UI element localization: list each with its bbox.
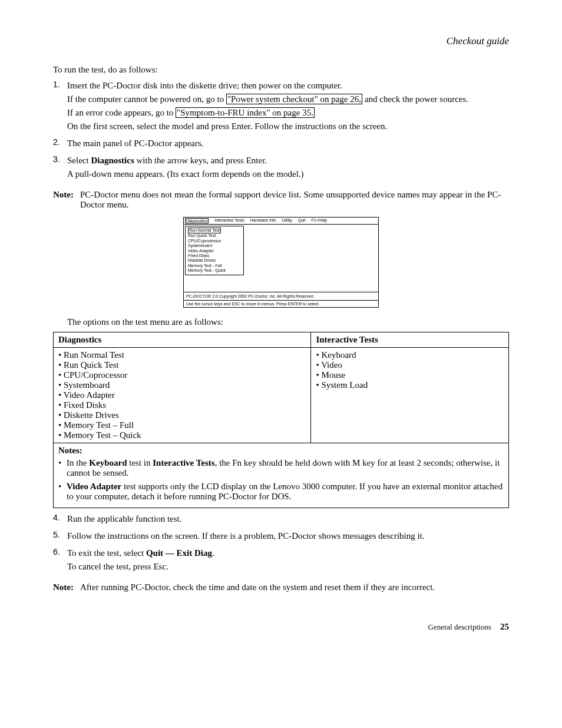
- dos-status-copyright: PC-DOCTOR 2.0 Copyright 2002 PC-Doctor, …: [184, 292, 378, 300]
- pcdoctor-screenshot: DiagnosticsInteractive TestsHardware Inf…: [183, 217, 379, 308]
- list-item: Video Adapter: [58, 390, 306, 400]
- td-notes: Notes: •In the Keyboard test in Interact…: [54, 443, 509, 508]
- options-table: Diagnostics Interactive Tests Run Normal…: [53, 332, 509, 508]
- step-line: On the first screen, select the model an…: [67, 121, 509, 131]
- td-diagnostics: Run Normal TestRun Quick TestCPU/Coproce…: [54, 348, 311, 443]
- note-time-date: Note: After running PC-Doctor, check the…: [53, 582, 509, 592]
- bullet-icon: •: [58, 458, 67, 478]
- step-number: 6.: [53, 547, 67, 575]
- notes-label: Notes:: [58, 446, 82, 455]
- dos-menu-item: Interactive Tests: [214, 218, 244, 223]
- step-number: 2.: [53, 137, 67, 152]
- intro-text: To run the test, do as follows:: [53, 65, 509, 75]
- cross-ref-link[interactable]: "Symptom-to-FRU index" on page 35.: [176, 107, 315, 118]
- step-line: If the computer cannot be powered on, go…: [67, 94, 509, 104]
- step-line: A pull-down menu appears. (Its exact for…: [67, 169, 509, 179]
- step-number: 1.: [53, 80, 67, 135]
- dos-menu-item: Diagnostics: [185, 218, 209, 223]
- dos-dropdown-item: Memory Test - Quick: [188, 268, 241, 273]
- page-number: 25: [500, 622, 509, 631]
- list-item: Diskette Drives: [58, 410, 306, 420]
- dos-dropdown-item: Systemboard: [188, 243, 241, 248]
- list-item: Run Quick Test: [58, 360, 306, 370]
- dos-menu-item: Hardware Info: [250, 218, 276, 223]
- list-item: Memory Test – Full: [58, 420, 306, 430]
- th-diagnostics: Diagnostics: [54, 332, 311, 348]
- list-item: System Load: [316, 380, 504, 390]
- note-item: •Video Adapter test supports only the LC…: [58, 482, 504, 502]
- step-body: Follow the instructions on the screen. I…: [67, 530, 509, 545]
- dos-dropdown-item: Fixed Disks: [188, 253, 241, 258]
- step-body: To exit the test, select Quit — Exit Dia…: [67, 547, 509, 575]
- dos-menubar: DiagnosticsInteractive TestsHardware Inf…: [184, 218, 378, 225]
- step-body: The main panel of PC-Doctor appears.: [67, 137, 509, 152]
- list-item: Memory Test – Quick: [58, 430, 306, 440]
- dos-dropdown-item: Diskette Drives: [188, 258, 241, 263]
- note-item: •In the Keyboard test in Interactive Tes…: [58, 458, 504, 478]
- step-number: 5.: [53, 530, 67, 545]
- td-interactive: KeyboardVideoMouseSystem Load: [311, 348, 509, 443]
- list-item: Run Normal Test: [58, 350, 306, 360]
- step-line: Select Diagnostics with the arrow keys, …: [67, 156, 509, 166]
- step-number: 3.: [53, 154, 67, 183]
- steps-list-2: 4.Run the applicable function test.5.Fol…: [53, 513, 509, 575]
- step-line: If an error code appears, go to "Symptom…: [67, 108, 509, 118]
- step-body: Insert the PC-Doctor disk into the diske…: [67, 80, 509, 135]
- note-label: Note:: [53, 190, 80, 210]
- note-body: After running PC-Doctor, check the time …: [80, 582, 509, 592]
- dos-dropdown-item: CPU/Coprocessor: [188, 239, 241, 243]
- page-footer: General descriptions 25: [53, 622, 509, 632]
- section-header: Checkout guide: [53, 35, 509, 47]
- note-text: In the Keyboard test in Interactive Test…: [67, 458, 504, 478]
- cross-ref-link[interactable]: "Power system checkout" on page 26,: [226, 94, 362, 104]
- footer-text: General descriptions: [428, 622, 491, 631]
- list-item: CPU/Coprocessor: [58, 370, 306, 380]
- dos-menu-item: F1=Help: [312, 218, 328, 223]
- step-body: Select Diagnostics with the arrow keys, …: [67, 154, 509, 183]
- dos-dropdown-item: Video Adapter: [188, 249, 241, 253]
- note-text: Video Adapter test supports only the LCD…: [67, 482, 504, 502]
- dos-dropdown: Run Normal TestRun Quick TestCPU/Coproce…: [185, 226, 244, 275]
- list-item: Mouse: [316, 370, 504, 380]
- steps-list-1: 1.Insert the PC-Doctor disk into the dis…: [53, 80, 509, 183]
- step-line: To cancel the test, press Esc.: [67, 562, 509, 572]
- dos-body: Run Normal TestRun Quick TestCPU/Coproce…: [184, 225, 378, 292]
- step-line: Run the applicable function test.: [67, 514, 509, 524]
- th-interactive: Interactive Tests: [311, 332, 509, 348]
- note-label: Note:: [53, 582, 80, 592]
- step-body: Run the applicable function test.: [67, 513, 509, 528]
- dos-dropdown-item: Run Normal Test: [188, 228, 221, 233]
- list-item: Keyboard: [316, 350, 504, 360]
- dos-menu-item: Quit: [298, 218, 306, 223]
- step-line: The main panel of PC-Doctor appears.: [67, 139, 509, 149]
- list-item: Video: [316, 360, 504, 370]
- options-intro: The options on the test menu are as foll…: [67, 317, 509, 327]
- step-line: Insert the PC-Doctor disk into the diske…: [67, 81, 509, 91]
- bold-term: Quit — Exit Diag: [146, 548, 212, 558]
- note-body: PC-Doctor menu does not mean the formal …: [80, 190, 509, 210]
- step-number: 4.: [53, 513, 67, 528]
- dos-status-hint: Use the cursor keys and ESC to move in m…: [184, 300, 378, 307]
- step-line: Follow the instructions on the screen. I…: [67, 531, 509, 541]
- dos-dropdown-item: Memory Test - Full: [188, 263, 241, 268]
- bold-term: Diagnostics: [91, 156, 134, 165]
- note-pcdoctor-menu: Note: PC-Doctor menu does not mean the f…: [53, 190, 509, 210]
- list-item: Systemboard: [58, 380, 306, 390]
- dos-menu-item: Utility: [282, 218, 292, 223]
- step-line: To exit the test, select Quit — Exit Dia…: [67, 548, 509, 558]
- dos-dropdown-item: Run Quick Test: [188, 233, 241, 238]
- bullet-icon: •: [58, 482, 67, 502]
- list-item: Fixed Disks: [58, 400, 306, 410]
